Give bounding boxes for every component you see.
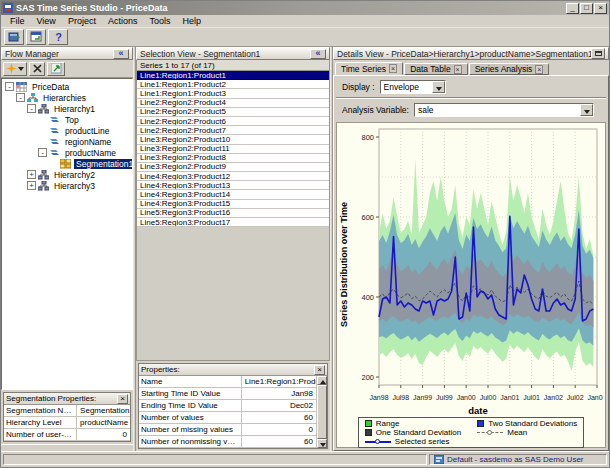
svg-text:200: 200 xyxy=(361,373,374,382)
starburst-icon xyxy=(6,63,17,74)
tab-series-analysis[interactable]: Series Analysis× xyxy=(469,63,550,75)
collapse-toggle-icon[interactable]: - xyxy=(16,93,25,102)
tab-time-series[interactable]: Time Series× xyxy=(335,62,403,75)
table-row: Ending Time ID ValueDec02 xyxy=(139,400,316,412)
tree-node-label: Hierarchies xyxy=(41,93,88,103)
window-title: SAS Time Series Studio - PriceData xyxy=(16,3,563,13)
menu-tools[interactable]: Tools xyxy=(143,15,176,27)
tab-close-icon[interactable]: × xyxy=(535,65,543,74)
list-item[interactable]: Line3:Region2:Product9 xyxy=(137,163,329,172)
chart-region: Series Distribution over Time Jan98Jul98… xyxy=(336,122,606,448)
help-button[interactable]: ? xyxy=(48,29,68,45)
export-view-button[interactable] xyxy=(26,29,46,45)
svg-text:Jul99: Jul99 xyxy=(436,394,453,401)
scroll-thumb[interactable] xyxy=(317,385,327,439)
combo-arrow-icon[interactable] xyxy=(580,104,593,116)
list-item[interactable]: Line4:Region3:Product13 xyxy=(137,181,329,190)
table-row: Number of nonmissing values60 xyxy=(139,436,316,448)
menu-file[interactable]: File xyxy=(4,15,31,27)
expand-toggle-icon[interactable]: + xyxy=(27,170,36,179)
list-item[interactable]: Line1:Region1:Product2 xyxy=(137,80,329,89)
hierarchy-icon xyxy=(38,104,50,114)
properties-scrollbar[interactable] xyxy=(316,376,327,448)
tree-node-label: Hierarchy2 xyxy=(52,170,97,180)
maximize-button[interactable]: □ xyxy=(580,3,593,14)
svg-text:Jan98: Jan98 xyxy=(369,394,388,401)
analysis-variable-combo[interactable]: sale xyxy=(414,103,594,117)
details-view-restore-button[interactable] xyxy=(591,48,605,59)
tree-node-hierarchy1[interactable]: -Hierarchy1 xyxy=(2,103,132,114)
analysis-variable-row: Analysis Variable: sale xyxy=(334,99,608,120)
list-item[interactable]: Line4:Region3:Product14 xyxy=(137,190,329,199)
list-item[interactable]: Line4:Region3:Product15 xyxy=(137,200,329,209)
property-value: Dec02 xyxy=(242,400,316,411)
property-label: Hierarchy Level xyxy=(4,417,77,428)
list-item[interactable]: Line3:Region2:Product8 xyxy=(137,154,329,163)
property-value: 60 xyxy=(242,436,316,447)
tree-node-regionname[interactable]: regionName xyxy=(2,136,132,147)
dataset-icon xyxy=(16,82,28,92)
menu-actions[interactable]: Actions xyxy=(102,15,144,27)
menu-help[interactable]: Help xyxy=(176,15,207,27)
tree-node-pricedata[interactable]: -PriceData xyxy=(2,81,132,92)
collapse-toggle-icon[interactable]: - xyxy=(27,104,36,113)
list-item[interactable]: Line2:Region2:Product4 xyxy=(137,99,329,108)
property-label: Number of user-defined ... xyxy=(4,429,77,440)
open-details-button[interactable] xyxy=(47,62,65,76)
list-item[interactable]: Line2:Region2:Product6 xyxy=(137,117,329,126)
property-label: Number of values xyxy=(139,412,242,423)
combo-arrow-icon[interactable] xyxy=(432,81,445,93)
tab-close-icon[interactable]: × xyxy=(454,65,462,74)
tree-node-label: productName xyxy=(63,148,118,158)
analysis-variable-label: Analysis Variable: xyxy=(342,105,409,115)
list-item[interactable]: Line2:Region2:Product7 xyxy=(137,126,329,135)
flow-manager-title: Flow Manager xyxy=(5,49,113,59)
tree-node-segmentation1[interactable]: Segmentation1 xyxy=(2,158,132,169)
delete-node-button[interactable] xyxy=(29,62,45,76)
new-node-button[interactable] xyxy=(3,62,27,76)
app-window: SAS Time Series Studio - PriceData _ □ ×… xyxy=(0,0,610,468)
tree-node-top[interactable]: Top xyxy=(2,114,132,125)
display-combo[interactable]: Envelope xyxy=(380,80,446,94)
menu-view[interactable]: View xyxy=(31,15,62,27)
legend-marker-icon xyxy=(487,430,492,435)
tab-data-table[interactable]: Data Table× xyxy=(404,63,468,75)
scroll-up-icon[interactable] xyxy=(317,376,327,385)
legend-label: Mean xyxy=(507,428,527,437)
list-item[interactable]: Line4:Region3:Product12 xyxy=(137,172,329,181)
collapse-toggle-icon[interactable]: - xyxy=(38,148,47,157)
close-button[interactable]: × xyxy=(594,3,607,14)
list-item[interactable]: Line3:Region2:Product10 xyxy=(137,135,329,144)
properties-close-button[interactable]: × xyxy=(314,365,325,375)
property-value: 0 xyxy=(242,424,316,435)
menu-project[interactable]: Project xyxy=(62,15,102,27)
list-item[interactable]: Line2:Region2:Product5 xyxy=(137,108,329,117)
segmentation-properties-panel: Segmentation Properties: × Segmentation … xyxy=(3,392,131,442)
tab-close-icon[interactable]: × xyxy=(389,64,397,73)
status-cell-left xyxy=(3,454,427,465)
tree-node-hierarchies[interactable]: -Hierarchies xyxy=(2,92,132,103)
flow-manager-collapse-button[interactable]: « xyxy=(113,49,129,59)
list-item[interactable]: Line1:Region1:Product1 xyxy=(137,71,329,80)
svg-text:Jul02: Jul02 xyxy=(567,394,584,401)
new-project-button[interactable] xyxy=(4,29,24,45)
minimize-button[interactable]: _ xyxy=(566,3,579,14)
list-item[interactable]: Line5:Region3:Product16 xyxy=(137,209,329,218)
display-label: Display : xyxy=(342,82,375,92)
tree-node-label: Hierarchy3 xyxy=(52,181,97,191)
selection-view-collapse-button[interactable]: « xyxy=(310,49,326,59)
tree-node-hierarchy3[interactable]: +Hierarchy3 xyxy=(2,180,132,191)
list-item[interactable]: Line1:Region1:Product3 xyxy=(137,89,329,98)
list-item[interactable]: Line5:Region3:Product17 xyxy=(137,218,329,227)
diagonal-arrow-icon xyxy=(51,63,62,74)
tree-node-productname[interactable]: -productName xyxy=(2,147,132,158)
collapse-toggle-icon[interactable]: - xyxy=(5,82,14,91)
tree-node-hierarchy2[interactable]: +Hierarchy2 xyxy=(2,169,132,180)
expand-toggle-icon[interactable]: + xyxy=(27,181,36,190)
list-item[interactable]: Line3:Region2:Product11 xyxy=(137,145,329,154)
profile-icon xyxy=(434,455,444,464)
segmentation-properties-close-button[interactable]: × xyxy=(117,394,128,404)
scroll-down-icon[interactable] xyxy=(317,439,327,448)
legend-item-range: Range xyxy=(365,419,461,428)
tree-node-productline[interactable]: productLine xyxy=(2,125,132,136)
